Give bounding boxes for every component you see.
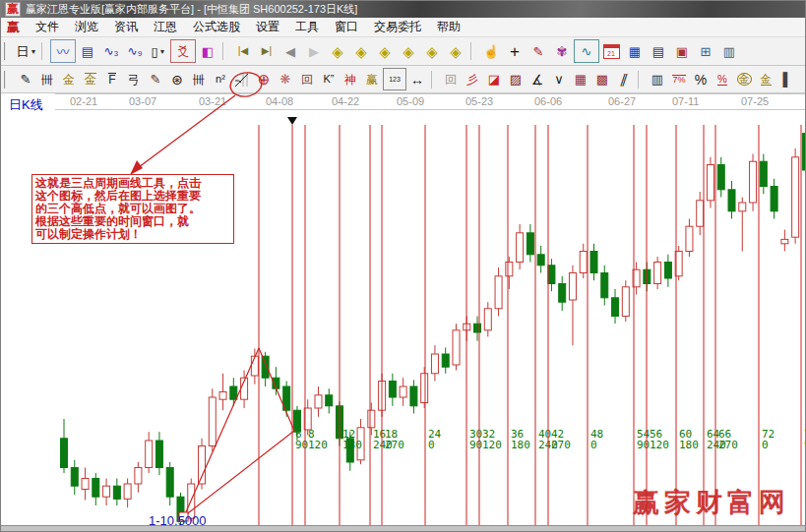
window-title: 赢家江恩专业版[赢家内部服务平台] - [中恒集团 SH600252-173日K…: [26, 2, 357, 17]
k-wave-icon[interactable]: K”: [318, 69, 340, 89]
web-grid-icon[interactable]: ❋: [275, 69, 296, 89]
gann-fan-icon[interactable]: 彡: [462, 69, 483, 89]
wave-3-icon[interactable]: ∿₃: [99, 40, 123, 62]
draw-pen-icon[interactable]: ✎: [15, 69, 36, 89]
toolbar-grip[interactable]: [4, 42, 11, 60]
info-note-icon[interactable]: ▤: [76, 40, 99, 62]
date-tick-05-23: 05-23: [465, 95, 493, 107]
expand-all-diamond-icon[interactable]: ◈: [444, 40, 467, 62]
gann-wheel-icon[interactable]: ⊕: [253, 69, 275, 89]
menu-item-2[interactable]: 资讯: [106, 19, 146, 35]
n-square-icon[interactable]: n²: [210, 69, 231, 89]
glyph: ↔: [410, 73, 424, 87]
glyph: ∡: [531, 73, 544, 87]
expand-h-diamond-icon[interactable]: ◈: [373, 40, 397, 62]
next-bar-icon[interactable]: ▶: [302, 40, 326, 62]
export-icon[interactable]: ⊞: [694, 40, 717, 62]
menu-item-1[interactable]: 浏览: [67, 19, 106, 35]
zigzag-icon[interactable]: ∨: [548, 69, 570, 89]
toolbar-grip[interactable]: [4, 71, 11, 89]
menu-item-7[interactable]: 窗口: [327, 19, 366, 35]
scroll-left-diamond-icon[interactable]: ◈: [326, 40, 349, 62]
glyph: 123: [389, 76, 401, 83]
golden-price-icon[interactable]: 金: [80, 69, 101, 89]
ruler-123-icon[interactable]: 123: [383, 68, 406, 90]
toolbar-separator: [222, 42, 229, 60]
chart-canvas[interactable]: [2, 93, 804, 526]
kline-period-button[interactable]: 日▼: [15, 40, 38, 62]
crosshair-icon[interactable]: +: [503, 40, 527, 62]
glyph: 彡: [466, 74, 478, 86]
menu-item-6[interactable]: 工具: [287, 19, 327, 35]
percent-icon[interactable]: %: [690, 69, 712, 89]
menu-item-0[interactable]: 文件: [28, 19, 67, 35]
golden-time-icon[interactable]: 金: [58, 69, 80, 89]
square-nine-icon[interactable]: 回: [296, 69, 318, 89]
toolbar-separator: [431, 71, 438, 89]
bar-count-icon[interactable]: 卌: [188, 69, 210, 89]
angle-square-icon[interactable]: ▨: [505, 69, 527, 89]
percent-line-icon[interactable]: %: [712, 69, 733, 89]
menu-item-5[interactable]: 设置: [248, 19, 287, 35]
grid-square-icon[interactable]: ▦: [570, 69, 591, 89]
ladder-chart-icon[interactable]: ▥: [647, 69, 668, 89]
spiral-icon[interactable]: 弓: [123, 69, 145, 89]
scroll-right-diamond-icon[interactable]: ◈: [349, 40, 373, 62]
chip-distribution-icon[interactable]: 爻: [170, 39, 196, 63]
width-measure-icon[interactable]: ↔: [406, 69, 428, 89]
glyph: ◈: [379, 44, 391, 59]
gold-circle-icon[interactable]: 金: [733, 69, 755, 89]
notes-icon[interactable]: ▤: [647, 40, 670, 62]
menu-item-9[interactable]: 帮助: [429, 19, 468, 35]
mark-zoom-icon[interactable]: ✎: [527, 40, 550, 62]
time-grid-icon[interactable]: 卌: [36, 69, 58, 89]
wave-9-icon[interactable]: ∿₉: [123, 40, 147, 62]
app-logo-icon: 赢: [5, 2, 21, 17]
ying-icon[interactable]: 赢: [361, 69, 383, 89]
glyph: ▌: [782, 73, 791, 86]
toolbar-separator: [638, 71, 645, 89]
gold-underline-icon[interactable]: 金: [755, 69, 776, 89]
compress-h-diamond-icon[interactable]: ◈: [397, 40, 420, 62]
drag-hand-icon[interactable]: ☝: [479, 40, 503, 62]
compress-all-diamond-icon[interactable]: ◈: [420, 40, 444, 62]
save-icon[interactable]: ▣: [670, 40, 694, 62]
glyph: ❋: [280, 73, 291, 86]
percent-top-icon[interactable]: 7%: [668, 69, 690, 89]
calculator-icon[interactable]: ▦: [623, 40, 647, 62]
brush-icon[interactable]: ✎: [145, 69, 166, 89]
first-bar-icon[interactable]: |◀: [231, 40, 255, 62]
glyph: ∥: [619, 73, 630, 86]
window-layout-icon[interactable]: 〰: [50, 39, 76, 63]
menu-item-4[interactable]: 公式选股: [185, 19, 248, 35]
edge-partial-icon[interactable]: ▌: [776, 69, 798, 89]
glyph: 神: [344, 74, 356, 86]
calendar-icon[interactable]: 21: [599, 40, 623, 62]
glyph: ∿₃: [104, 45, 119, 57]
candle-style-button[interactable]: ▯▼: [147, 40, 170, 62]
time-circle-icon[interactable]: ⊛: [166, 69, 188, 89]
glyph: ▣: [676, 45, 688, 58]
last-bar-icon[interactable]: ▶|: [255, 40, 279, 62]
fan-square-icon[interactable]: ◪: [483, 69, 505, 89]
glyph: 弓: [128, 74, 140, 86]
print-icon[interactable]: ▥: [717, 40, 741, 62]
menu-item-3[interactable]: 江恩: [146, 19, 185, 35]
three-point-cycle-icon[interactable]: [231, 69, 253, 89]
grid-arrow-icon[interactable]: ▩: [591, 69, 613, 89]
glyph: 日: [17, 45, 30, 58]
volume-profile-icon[interactable]: ◧: [196, 40, 219, 62]
parallel-lines-icon[interactable]: ∥: [613, 69, 635, 89]
date-tick-04-22: 04-22: [332, 95, 359, 107]
fib-time-icon[interactable]: F: [101, 69, 123, 89]
speed-lines-icon[interactable]: ∡: [527, 69, 548, 89]
menu-item-8[interactable]: 交易委托: [366, 19, 429, 35]
glyph: ✾: [557, 45, 568, 58]
kline-mode-label: 日K线: [9, 96, 43, 114]
prev-bar-icon[interactable]: ◀: [279, 40, 302, 62]
shen-icon[interactable]: 神: [340, 69, 361, 89]
calendar-glyph: 21: [603, 44, 620, 59]
smart-wave-icon[interactable]: ∿: [574, 39, 599, 63]
select-frame-icon[interactable]: 回: [440, 69, 462, 89]
gann-tool-icon[interactable]: ✾: [550, 40, 574, 62]
